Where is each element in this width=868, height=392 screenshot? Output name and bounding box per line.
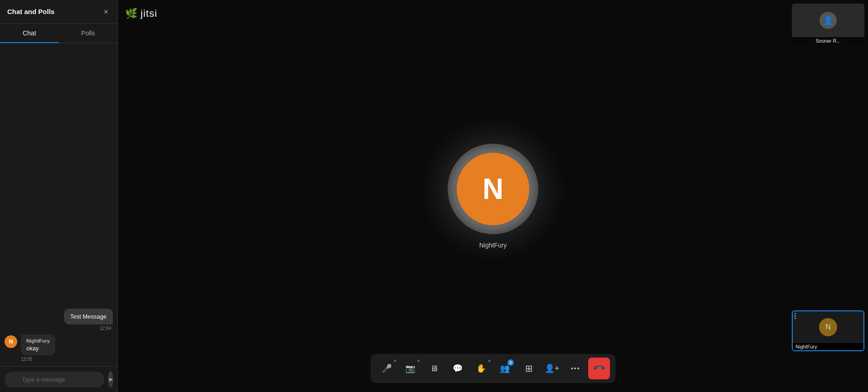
input-area: 🙂 ➤ [0, 366, 117, 392]
input-wrapper: 🙂 [5, 372, 104, 387]
end-call-icon: 📞 [592, 361, 606, 375]
raise-hand-chevron-icon: ▲ [488, 358, 491, 363]
nightfury-name-label: NightFury [793, 343, 863, 350]
sidebar-title: Chat and Polls [7, 8, 54, 15]
chat-button[interactable]: 💬 [447, 358, 468, 379]
self-name-label: Sourav R... [792, 37, 864, 44]
invite-icon: 👤+ [545, 363, 560, 373]
messages-area: Test Message 12:04 N NightFury okay 12:0… [0, 43, 117, 366]
invite-button[interactable]: 👤+ [541, 358, 563, 379]
send-icon: ➤ [108, 376, 113, 383]
toolbar: 🎤 ▲ 📷 ▲ 🖥 💬 ✋ ▲ 👥 2 ⊞ 👤 [371, 354, 615, 383]
mic-chevron-icon: ▲ [393, 358, 397, 363]
self-avatar: 👤 [819, 12, 837, 29]
main-video-area: 🌿 jitsi Meeting 03:12 ⏱ 👤 Sourav R... N … [118, 0, 868, 392]
message-time: 12:04 [64, 326, 113, 331]
message-text: Test Message [70, 313, 107, 320]
avatar: N [5, 335, 17, 348]
raise-hand-button[interactable]: ✋ ▲ [470, 358, 492, 379]
self-thumbnail[interactable]: 👤 Sourav R... [792, 4, 864, 44]
camera-icon: 📷 [405, 363, 415, 373]
topbar: 🌿 jitsi Meeting 03:12 ⏱ [118, 0, 868, 27]
speaker-letter: N [483, 172, 503, 206]
message-self: Test Message 12:04 [64, 309, 113, 331]
speaker-name: NightFury [479, 242, 507, 249]
camera-button[interactable]: 📷 ▲ [400, 358, 421, 379]
screen-share-icon: 🖥 [430, 364, 438, 373]
message-bubble-other: NightFury okay [21, 334, 55, 355]
logo-text: jitsi [141, 8, 157, 19]
sender-name: NightFury [26, 338, 50, 344]
tab-polls[interactable]: Polls [59, 24, 118, 43]
message-text-other: okay [26, 345, 50, 352]
speaker-area: N NightFury [118, 0, 868, 392]
participants-badge: 2 [507, 359, 514, 366]
sidebar-header: Chat and Polls × [0, 0, 117, 24]
nightfury-video: N [793, 311, 863, 343]
close-button[interactable]: × [102, 7, 110, 17]
apps-icon: ⊞ [525, 363, 532, 374]
apps-button[interactable]: ⊞ [517, 358, 539, 379]
mic-icon: 🎤 [382, 363, 392, 373]
end-call-button[interactable]: 📞 [588, 358, 610, 379]
message-other: N NightFury okay 12:05 [5, 334, 100, 362]
speaker-avatar-inner: N [457, 153, 529, 225]
chat-sidebar: Chat and Polls × Chat Polls Test Message… [0, 0, 118, 392]
tab-chat[interactable]: Chat [0, 24, 59, 43]
jitsi-logo: 🌿 jitsi [125, 8, 157, 19]
raise-hand-icon: ✋ [476, 363, 486, 373]
chat-icon: 💬 [453, 363, 463, 373]
speaker-avatar: N [448, 144, 538, 234]
jitsi-icon: 🌿 [125, 8, 138, 19]
nightfury-avatar-letter: N [825, 323, 831, 331]
nightfury-thumbnail[interactable]: N NightFury [792, 310, 864, 351]
self-video: 👤 [792, 4, 864, 37]
mic-button[interactable]: 🎤 ▲ [376, 358, 398, 379]
participants-button[interactable]: 👥 2 [494, 358, 516, 379]
screen-share-button[interactable]: 🖥 [423, 358, 445, 379]
message-bubble: Test Message [64, 309, 113, 324]
send-button[interactable]: ➤ [108, 371, 113, 387]
more-button[interactable]: ••• [565, 358, 586, 379]
message-time-other: 12:05 [21, 357, 55, 362]
camera-chevron-icon: ▲ [417, 358, 420, 363]
nightfury-avatar: N [819, 318, 837, 336]
tab-bar: Chat Polls [0, 24, 117, 43]
message-input[interactable] [5, 372, 104, 387]
more-icon: ••• [571, 365, 580, 372]
thumb-dots [795, 313, 796, 319]
